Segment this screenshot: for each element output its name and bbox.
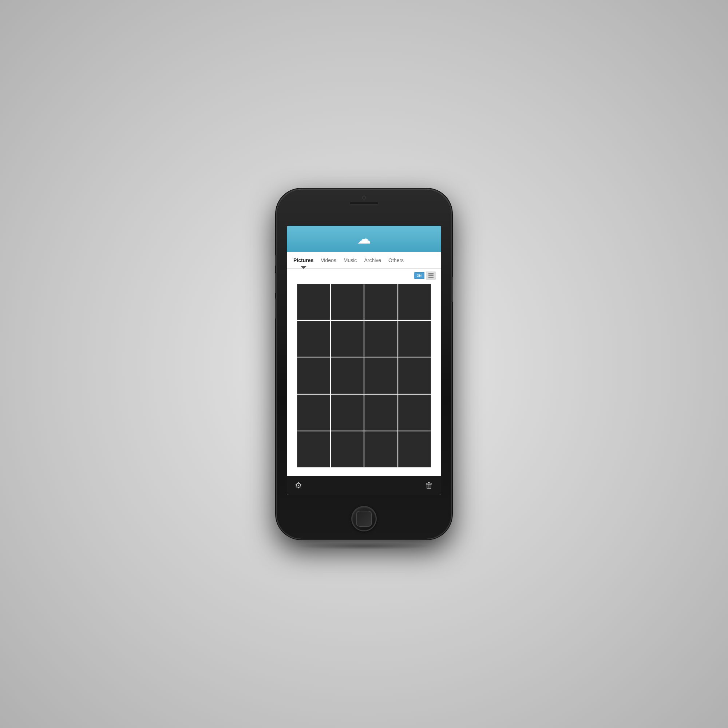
photo-grid-wrapper bbox=[292, 279, 436, 473]
view-toggle-row: ON bbox=[414, 272, 436, 280]
photo-cell[interactable] bbox=[297, 431, 330, 467]
photo-cell[interactable] bbox=[398, 321, 431, 357]
photo-cell[interactable] bbox=[364, 284, 398, 320]
photo-cell[interactable] bbox=[398, 395, 431, 431]
volume-down-button[interactable] bbox=[275, 298, 277, 318]
app-header: ☁ bbox=[287, 226, 441, 252]
photo-cell[interactable] bbox=[297, 395, 330, 431]
tab-archive[interactable]: Archive bbox=[360, 252, 385, 268]
volume-up-button[interactable] bbox=[275, 273, 277, 293]
photo-cell[interactable] bbox=[331, 395, 364, 431]
tab-navigation: Pictures Videos Music Archive Others bbox=[287, 252, 441, 269]
top-bezel bbox=[287, 196, 441, 225]
photo-cell[interactable] bbox=[331, 431, 364, 467]
photo-cell[interactable] bbox=[398, 284, 431, 320]
photo-cell[interactable] bbox=[398, 431, 431, 467]
grid-view-button[interactable] bbox=[426, 272, 436, 280]
app-screen: ☁ Pictures Videos Music Archive Others bbox=[287, 226, 441, 495]
photo-cell[interactable] bbox=[398, 358, 431, 393]
photo-grid bbox=[297, 284, 431, 467]
phone-shadow bbox=[295, 542, 433, 550]
content-area: ON bbox=[287, 269, 441, 476]
mute-button[interactable] bbox=[275, 255, 277, 266]
photo-cell[interactable] bbox=[364, 321, 398, 357]
photo-cell[interactable] bbox=[331, 358, 364, 393]
photo-cell[interactable] bbox=[297, 321, 330, 357]
tab-music[interactable]: Music bbox=[340, 252, 361, 268]
home-button[interactable] bbox=[351, 506, 377, 531]
photo-cell[interactable] bbox=[297, 284, 330, 320]
home-button-inner bbox=[356, 511, 372, 527]
photo-cell[interactable] bbox=[331, 321, 364, 357]
grid-icon bbox=[428, 273, 434, 278]
tab-pictures[interactable]: Pictures bbox=[290, 252, 317, 268]
front-camera bbox=[362, 196, 366, 199]
earpiece-speaker bbox=[349, 202, 379, 205]
settings-icon[interactable]: ⚙ bbox=[295, 481, 302, 490]
photo-cell[interactable] bbox=[331, 284, 364, 320]
photo-cell[interactable] bbox=[364, 431, 398, 467]
tab-others[interactable]: Others bbox=[385, 252, 407, 268]
phone-screen: ☁ Pictures Videos Music Archive Others bbox=[287, 226, 441, 495]
power-button[interactable] bbox=[451, 277, 453, 302]
photo-cell[interactable] bbox=[364, 395, 398, 431]
bottom-toolbar: ⚙ 🗑 bbox=[287, 476, 441, 495]
photo-cell[interactable] bbox=[364, 358, 398, 393]
on-toggle-button[interactable]: ON bbox=[414, 272, 425, 279]
delete-icon[interactable]: 🗑 bbox=[425, 481, 433, 490]
photo-cell[interactable] bbox=[297, 358, 330, 393]
cloud-logo-icon: ☁ bbox=[357, 232, 371, 246]
phone-device: ☁ Pictures Videos Music Archive Others bbox=[277, 189, 451, 539]
tab-videos[interactable]: Videos bbox=[317, 252, 340, 268]
